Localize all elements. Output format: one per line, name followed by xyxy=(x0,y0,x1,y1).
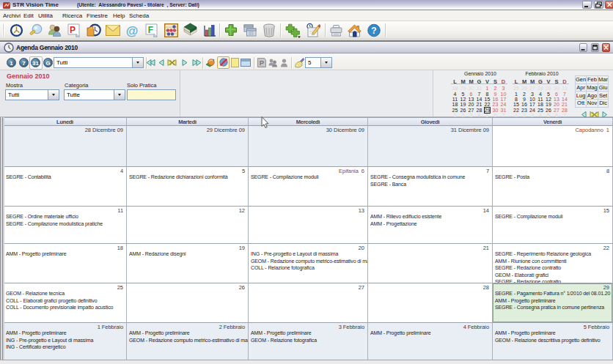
svg-text:F: F xyxy=(148,25,153,35)
svg-text:@: @ xyxy=(126,24,139,38)
svg-text:P: P xyxy=(260,59,265,67)
svg-text:?: ? xyxy=(371,26,376,36)
svg-text:P: P xyxy=(70,25,76,35)
